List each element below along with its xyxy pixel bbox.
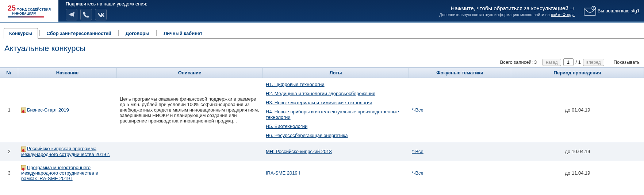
prev-button[interactable]: назад	[543, 59, 561, 66]
tab-interests[interactable]: Сбор заинтересованностей	[41, 28, 117, 39]
tab-cabinet[interactable]: Личный кабинет	[158, 28, 208, 39]
row-desc	[117, 169, 263, 176]
next-button[interactable]: вперед	[583, 59, 604, 66]
doc-icon	[21, 147, 26, 152]
tab-contracts[interactable]: Договоры	[120, 28, 155, 39]
col-lots: Лоты	[263, 68, 409, 78]
svg-text:?: ?	[593, 7, 595, 10]
focus-link[interactable]: *-Все	[412, 170, 423, 176]
vk-icon[interactable]	[95, 9, 107, 20]
col-num: №	[0, 68, 18, 78]
grid-header: № Название Описание Лоты Фокусные темати…	[0, 67, 644, 78]
logo[interactable]: 25 ФОНД СОДЕЙСТВИЯ ИННОВАЦИЯМ	[0, 0, 58, 22]
row-num: 2	[0, 145, 18, 158]
col-desc: Описание	[117, 68, 263, 78]
row-name: Бизнес-Старт 2019	[18, 104, 117, 117]
table-row: 3Программа многостороннего международног…	[0, 161, 644, 186]
mail-icon[interactable]: ?	[583, 6, 597, 18]
row-desc: Цель программы оказание финансовой подде…	[117, 93, 263, 127]
tab-contests[interactable]: Конкурсы	[4, 28, 38, 39]
table-row: 2Российско-кипрская программа международ…	[0, 142, 644, 161]
row-period: до 01.04.19	[511, 104, 644, 116]
row-num: 1	[0, 104, 18, 116]
lot-link[interactable]: Н5. Биотехнологии	[266, 124, 406, 129]
row-name: Программа многостороннего международного…	[18, 161, 117, 185]
show-label: Показывать	[614, 59, 640, 65]
subscribe-block: Подпишитесь на наши уведомления:	[66, 1, 147, 20]
app-header: 25 ФОНД СОДЕЙСТВИЯ ИННОВАЦИЯМ Подпишитес…	[0, 0, 644, 23]
lot-link[interactable]: МН: Российско-кипрский 2018	[266, 149, 406, 154]
col-focus: Фокусные тематики	[409, 68, 511, 78]
lot-link[interactable]: Н2. Медицина и технологии здоровьесбереж…	[266, 91, 406, 96]
login-info: Вы вошли как: sfg1	[598, 8, 640, 13]
row-focus: *-Все	[409, 104, 511, 116]
grid-body: 1Бизнес-Старт 2019Цель программы оказани…	[0, 78, 644, 185]
focus-link[interactable]: *-Все	[412, 107, 423, 113]
consult-text[interactable]: Нажмите, чтобы обратиться за консультаци…	[439, 5, 575, 12]
row-name: Российско-кипрская программа международн…	[18, 142, 117, 161]
row-lots: IRA-SME 2019 I	[263, 167, 409, 179]
lot-link[interactable]: Н1. Цифровые технологии	[266, 82, 406, 87]
subscribe-label: Подпишитесь на наши уведомления:	[66, 1, 147, 7]
telegram-icon[interactable]	[66, 9, 77, 20]
row-period: до 11.04.19	[511, 167, 644, 179]
consult-block: Нажмите, чтобы обратиться за консультаци…	[439, 5, 575, 17]
page-input[interactable]	[563, 58, 574, 66]
lot-link[interactable]: Н3. Новые материалы и химические техноло…	[266, 100, 406, 105]
contest-link[interactable]: Российско-кипрская программа международн…	[21, 146, 110, 157]
col-period: Период проведения	[511, 68, 644, 78]
col-name: Название	[18, 68, 117, 78]
row-num: 3	[0, 167, 18, 179]
table-row: 1Бизнес-Старт 2019Цель программы оказани…	[0, 78, 644, 142]
focus-link[interactable]: *-Все	[412, 149, 423, 154]
row-focus: *-Все	[409, 145, 511, 158]
lot-link[interactable]: Н6. Ресурсосберегающая энергетика	[266, 133, 406, 138]
row-focus: *-Все	[409, 167, 511, 179]
contest-link[interactable]: Программа многостороннего международного…	[21, 165, 98, 182]
doc-icon	[21, 108, 26, 113]
lot-link[interactable]: IRA-SME 2019 I	[266, 170, 406, 176]
main-tabs: Конкурсы Сбор заинтересованностей Догово…	[4, 28, 644, 39]
contest-link[interactable]: Бизнес-Старт 2019	[27, 107, 69, 113]
user-link[interactable]: sfg1	[630, 8, 640, 13]
row-period: до 10.04.19	[511, 145, 644, 158]
fund-site-link[interactable]: сайте Фонда	[551, 12, 575, 17]
page-title: Актуальные конкурсы	[4, 44, 644, 53]
row-lots: Н1. Цифровые технологииН2. Медицина и те…	[263, 78, 409, 142]
row-lots: МН: Российско-кипрский 2018	[263, 145, 409, 158]
pager: Всего записей: 3 назад / 1 вперед Показы…	[0, 57, 644, 67]
total-records: Всего записей: 3	[500, 59, 537, 65]
row-desc	[117, 148, 263, 155]
viber-icon[interactable]	[80, 9, 92, 20]
lot-link[interactable]: Н4. Новые приборы и интеллектуальные про…	[266, 109, 406, 120]
page-of: / 1	[576, 59, 581, 65]
doc-icon	[21, 165, 26, 170]
consult-subtext: Дополнительную контактную информацию мож…	[439, 12, 575, 17]
